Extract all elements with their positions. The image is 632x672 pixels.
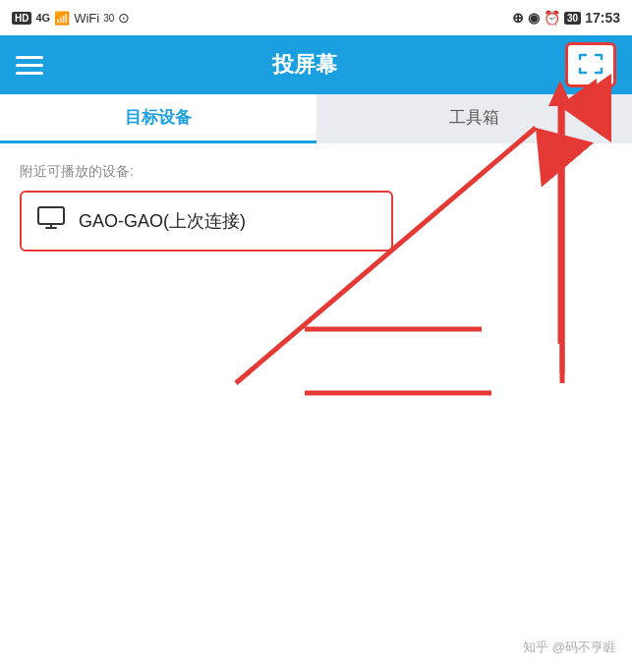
hamburger-line-1: [16, 56, 43, 59]
network-speed: 30: [103, 13, 114, 24]
screen-cast-button[interactable]: [565, 42, 616, 87]
svg-rect-0: [38, 207, 64, 224]
nearby-devices-label: 附近可播放的设备:: [20, 163, 612, 181]
battery-badge: 30: [564, 12, 581, 25]
screen-cast-icon: [578, 53, 603, 78]
hamburger-menu-button[interactable]: [16, 56, 43, 75]
signal-bars: 📶: [54, 11, 70, 26]
watermark: 知乎 @码不亨睚: [523, 639, 616, 656]
hamburger-line-2: [16, 64, 43, 67]
toolbar: 投屏幕: [0, 35, 632, 94]
eye-icon: ◉: [528, 10, 540, 26]
status-bar: HD 4G 📶 WiFi 30 ⊙ ⊕ ◉ ⏰ 30 17:53: [0, 0, 632, 35]
time-display: 17:53: [585, 10, 620, 26]
monitor-icon: [37, 206, 65, 236]
status-right: ⊕ ◉ ⏰ 30 17:53: [512, 10, 620, 26]
tabs-container: 目标设备 工具箱: [0, 94, 632, 143]
wifi-icon: WiFi: [74, 11, 99, 26]
cast-icon: ⊕: [512, 10, 524, 26]
fingerprint-icon: ⊙: [118, 10, 130, 26]
alarm-icon: ⏰: [544, 10, 560, 26]
main-content: 附近可播放的设备: GAO-GAO(上次连接): [0, 143, 632, 252]
device-list-item[interactable]: GAO-GAO(上次连接): [20, 191, 393, 252]
tab-target-device[interactable]: 目标设备: [0, 94, 316, 143]
tab-target-device-label: 目标设备: [125, 106, 192, 129]
hd-badge: HD: [12, 12, 31, 25]
app-title: 投屏幕: [43, 50, 565, 80]
hamburger-line-3: [16, 72, 43, 75]
status-left: HD 4G 📶 WiFi 30 ⊙: [12, 10, 130, 26]
signal-4g: 4G: [35, 12, 50, 24]
tab-toolbox-label: 工具箱: [449, 106, 499, 129]
tab-toolbox[interactable]: 工具箱: [316, 94, 633, 143]
device-name-text: GAO-GAO(上次连接): [79, 209, 246, 233]
